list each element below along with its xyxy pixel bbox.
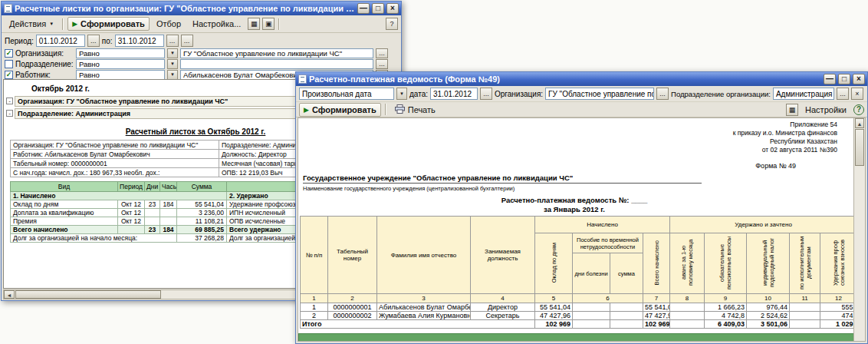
department-value-field[interactable]	[180, 59, 373, 69]
col-header-hours: Часы	[160, 182, 177, 192]
maximize-button[interactable]: □	[838, 74, 850, 84]
chevron-down-icon: ▼	[49, 22, 54, 26]
cell: 3 501,06	[747, 320, 790, 329]
scroll-up-icon[interactable]: ▲	[855, 118, 864, 128]
filter-row-organization: ✓ Организация: Равно ▼ ГУ "Областное упр…	[5, 48, 398, 58]
department-clear-icon[interactable]: ×	[851, 88, 863, 100]
employee-checkbox[interactable]: ✓	[5, 71, 13, 79]
organization-choose-button[interactable]: ...	[376, 48, 388, 58]
help-icon[interactable]: ?	[386, 18, 398, 30]
appendix-line: Приложение 54	[733, 121, 837, 129]
minimize-button[interactable]: —	[357, 3, 370, 14]
organization-value-field[interactable]: ГУ "Областное управление по ликвидации Ч…	[180, 48, 373, 58]
col-header-union-dues: Удержания проф союзных взносов	[820, 233, 857, 294]
cell: 1. Начислено	[11, 192, 227, 200]
payroll-titlebar[interactable]: Расчетно-платежная ведомость (Форма №49)…	[296, 72, 867, 86]
filter-button[interactable]: Отбор	[152, 17, 186, 31]
institution-caption: Наименование государственного учреждения…	[303, 185, 515, 192]
settings-label: Настройка...	[192, 19, 241, 28]
payroll-parameters-row: Произвольная дата ▼ дата: 31.01.2012 ...…	[296, 86, 867, 102]
department-checkbox[interactable]	[5, 60, 13, 68]
cell: 976,44	[747, 303, 790, 312]
col-header-type: Вид	[11, 182, 118, 192]
organization-condition-select[interactable]: Равно	[76, 48, 165, 58]
save-settings-icon[interactable]: ▣	[262, 18, 275, 30]
col-number: 4	[471, 294, 535, 303]
organization-choose-button[interactable]: ...	[656, 88, 669, 100]
department-field[interactable]: Администрация	[773, 88, 834, 100]
cell: Доплата за квалификацию	[11, 209, 118, 217]
collapse-group-icon[interactable]: -	[6, 110, 13, 117]
col-number: 12	[820, 294, 857, 303]
col-number: 1	[301, 294, 328, 303]
cell: Табельный номер: 0000000001	[11, 159, 219, 168]
cell: Окт 12	[118, 209, 145, 217]
cell: Долг за организацией на начало месяца:	[11, 234, 177, 243]
help-icon[interactable]: ?	[853, 104, 864, 115]
toolbar-separator	[278, 18, 280, 30]
payroll-sheet-window: Расчетно-платежная ведомость (Форма №49)…	[295, 71, 868, 344]
payslips-titlebar[interactable]: Расчетные листки по организации: ГУ "Обл…	[2, 2, 401, 15]
organization-field[interactable]: ГУ "Областное управление по ли...	[545, 88, 654, 100]
chevron-down-icon[interactable]: ▼	[167, 59, 178, 69]
col-header-sick-sum: сумма	[610, 253, 643, 294]
maximize-button[interactable]: □	[372, 3, 384, 14]
cell	[610, 320, 643, 329]
close-button[interactable]: ×	[853, 74, 865, 84]
report-month-header: Октябрь 2012 г.	[31, 84, 90, 93]
cell: Директор	[471, 303, 535, 312]
settings-button[interactable]: Настройка...	[188, 17, 245, 31]
col-header-pension: обязательные пенсионные взносы	[705, 233, 747, 294]
cell: 1	[301, 303, 328, 312]
cell: Жумабаева Алия Курмановна	[377, 312, 471, 320]
appendix-line: Республики Казахстан	[733, 137, 837, 146]
department-choose-button[interactable]: ...	[837, 88, 849, 100]
vertical-label: аванс за 1-ю половину месяца	[680, 234, 694, 291]
collapse-group-icon[interactable]: -	[6, 98, 13, 104]
period-to-label: по:	[102, 37, 113, 45]
cell	[573, 303, 610, 312]
chevron-down-icon[interactable]: ▼	[396, 88, 407, 100]
col-number: 6	[573, 294, 643, 303]
scroll-left-icon[interactable]: ◄	[4, 290, 15, 299]
scrollbar-thumb[interactable]	[15, 290, 161, 299]
generate-button[interactable]: ▶ Сформировать	[299, 103, 381, 117]
cell: 1 029,	[820, 320, 857, 329]
date-input[interactable]: 31.01.2012	[430, 88, 478, 100]
period-from-picker-icon[interactable]: ...	[87, 35, 100, 47]
close-button[interactable]: ×	[386, 3, 399, 14]
vertical-scrollbar[interactable]: ▲	[853, 118, 865, 342]
print-button[interactable]: Печать	[390, 103, 440, 117]
cell: 184	[160, 226, 177, 234]
organization-checkbox[interactable]: ✓	[5, 49, 13, 58]
date-picker-icon[interactable]: ...	[480, 88, 492, 100]
window-title: Расчетные листки по организации: ГУ "Обл…	[15, 4, 355, 13]
play-icon: ▶	[72, 20, 77, 28]
cell	[670, 320, 705, 329]
print-label: Печать	[408, 105, 436, 114]
date-label: дата:	[409, 90, 428, 98]
table-settings-icon[interactable]: ▦	[248, 18, 260, 30]
organization-filter-label: Организация:	[15, 49, 74, 58]
group-header-accrued: Начислено	[535, 217, 670, 233]
period-to-picker-icon[interactable]: ...	[166, 35, 179, 47]
col-header-fio: Фамилия имя отчество	[377, 217, 471, 294]
settings-button[interactable]: Настройки	[801, 103, 851, 117]
cell: Работник: Абилькасенов Булат Омарбекович	[11, 150, 219, 159]
cell: 4 742,8	[705, 312, 747, 320]
department-condition-select[interactable]: Равно	[76, 59, 165, 69]
cell: 11 108,21	[177, 217, 227, 226]
minimize-button[interactable]: —	[824, 74, 836, 84]
scrollbar-thumb[interactable]	[855, 129, 864, 166]
period-to-input[interactable]: 31.10.2012	[115, 35, 164, 47]
actions-button[interactable]: Действия ▼	[5, 17, 58, 31]
period-from-input[interactable]: 01.10.2012	[36, 35, 85, 47]
cell	[670, 312, 705, 320]
department-choose-button[interactable]: ...	[376, 59, 388, 69]
table-settings-icon[interactable]: ▦	[786, 104, 798, 116]
period-select-button[interactable]: ...	[181, 35, 193, 47]
date-mode-select[interactable]: Произвольная дата	[299, 88, 394, 100]
generate-button[interactable]: ▶ Сформировать	[67, 17, 150, 31]
cell: 2	[301, 312, 328, 320]
chevron-down-icon[interactable]: ▼	[167, 48, 178, 58]
